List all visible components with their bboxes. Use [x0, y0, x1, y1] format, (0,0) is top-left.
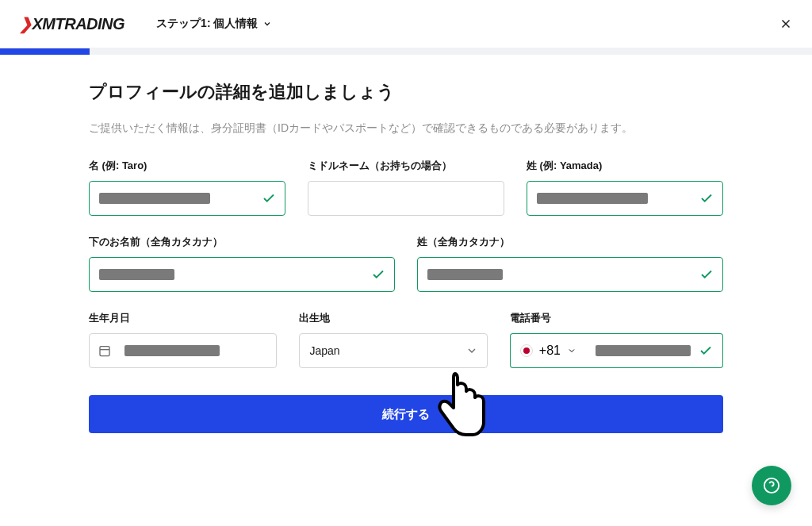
check-icon	[699, 344, 713, 358]
check-icon	[371, 267, 385, 282]
dob-label: 生年月日	[89, 311, 277, 325]
svg-rect-2	[100, 347, 109, 356]
redacted-value	[99, 269, 174, 280]
redacted-value	[99, 193, 210, 204]
middle-name-input[interactable]	[308, 181, 504, 216]
step-label: ステップ1: 個人情報	[156, 17, 258, 31]
kana-first-label: 下のお名前（全角カタカナ）	[89, 235, 395, 249]
calendar-icon	[98, 344, 111, 357]
check-icon	[262, 191, 276, 205]
check-icon	[699, 191, 714, 205]
page-title: プロフィールの詳細を追加しましょう	[89, 80, 723, 104]
phone-number-input[interactable]	[586, 333, 723, 368]
last-name-input[interactable]	[527, 181, 723, 216]
phone-label: 電話番号	[510, 311, 723, 325]
middle-name-field: ミドルネーム（お持ちの場合）	[308, 159, 504, 216]
name-row: 名 (例: Taro) ミドルネーム（お持ちの場合） 姓 (例: Yamada)	[89, 159, 723, 216]
chevron-down-icon	[465, 344, 478, 357]
close-icon	[779, 17, 793, 31]
details-row: 生年月日 出生地 Japan 電話番号	[89, 311, 723, 368]
first-name-field: 名 (例: Taro)	[89, 159, 285, 216]
continue-button[interactable]: 続行する	[89, 395, 723, 433]
birthplace-field: 出生地 Japan	[299, 311, 487, 368]
kana-row: 下のお名前（全角カタカナ） 姓（全角カタカナ）	[89, 235, 723, 292]
phone-country-select[interactable]: +81	[510, 333, 586, 368]
first-name-input[interactable]	[89, 181, 285, 216]
kana-last-field: 姓（全角カタカナ）	[417, 235, 723, 292]
redacted-value	[537, 193, 648, 204]
middle-name-label: ミドルネーム（お持ちの場合）	[308, 159, 504, 173]
phone-field-wrap: 電話番号 +81	[510, 311, 723, 368]
redacted-value	[596, 345, 691, 356]
kana-last-input[interactable]	[417, 257, 723, 292]
step-indicator[interactable]: ステップ1: 個人情報	[156, 17, 272, 31]
flag-japan-icon	[520, 344, 533, 357]
last-name-field: 姓 (例: Yamada)	[527, 159, 723, 216]
dob-input[interactable]	[89, 333, 277, 368]
progress-bar	[0, 48, 812, 55]
chevron-down-icon	[262, 19, 272, 29]
kana-first-field: 下のお名前（全角カタカナ）	[89, 235, 395, 292]
birthplace-label: 出生地	[299, 311, 487, 325]
header: ❯XMTRADING ステップ1: 個人情報	[0, 0, 812, 48]
chevron-down-icon	[567, 346, 576, 355]
logo-text: XMTRADING	[33, 15, 125, 33]
kana-first-input[interactable]	[89, 257, 395, 292]
help-fab[interactable]	[752, 466, 791, 505]
close-button[interactable]	[779, 17, 793, 31]
kana-last-label: 姓（全角カタカナ）	[417, 235, 723, 249]
phone-dial-code: +81	[539, 344, 561, 358]
logo-chevron: ❯	[19, 15, 33, 33]
last-name-label: 姓 (例: Yamada)	[527, 159, 723, 173]
redacted-value	[124, 345, 220, 356]
first-name-label: 名 (例: Taro)	[89, 159, 285, 173]
page-description: ご提供いただく情報は、身分証明書（IDカードやパスポートなど）で確認できるもので…	[89, 120, 723, 136]
content-area: プロフィールの詳細を追加しましょう ご提供いただく情報は、身分証明書（IDカード…	[0, 55, 812, 433]
birthplace-value: Japan	[309, 344, 339, 357]
redacted-value	[427, 269, 503, 280]
birthplace-select[interactable]: Japan	[299, 333, 487, 368]
check-icon	[699, 267, 714, 282]
help-icon	[763, 477, 780, 494]
logo: ❯XMTRADING	[19, 14, 124, 33]
progress-fill	[0, 48, 90, 55]
dob-field: 生年月日	[89, 311, 277, 368]
